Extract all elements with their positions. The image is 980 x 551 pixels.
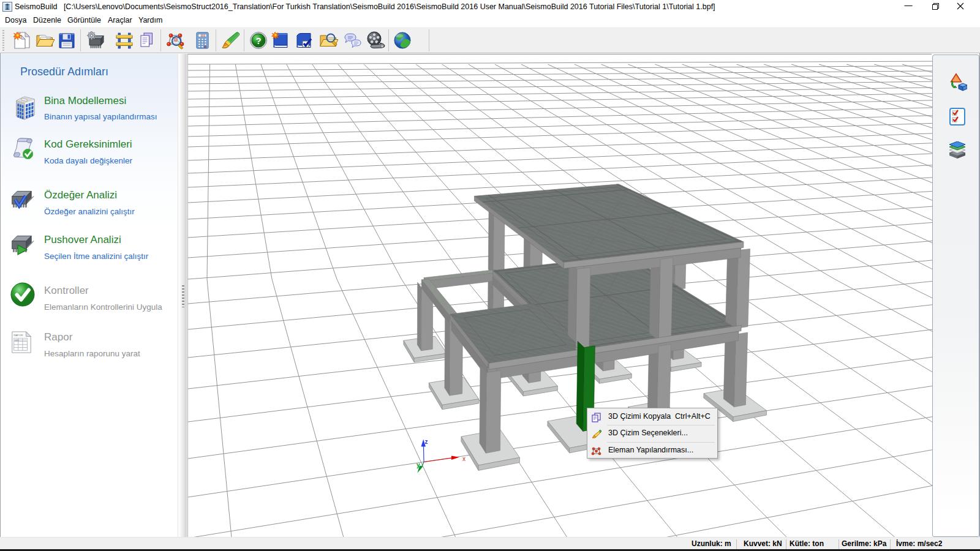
svg-text:y: y [417,462,420,468]
svg-text:x: x [462,455,466,462]
svg-text:RAPOR: RAPOR [13,334,23,337]
svg-text:z: z [425,438,428,445]
svg-text:?: ? [255,36,261,46]
svg-text:tablo: tablo [15,339,19,342]
svg-text:888: 888 [200,34,205,37]
